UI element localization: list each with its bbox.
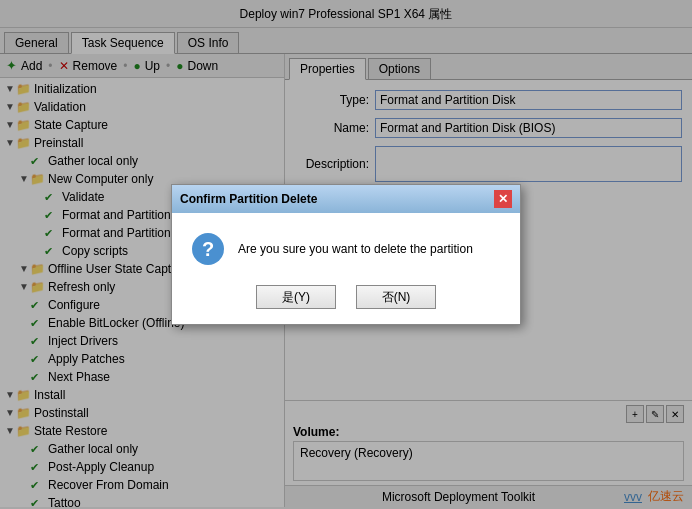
modal-title: Confirm Partition Delete <box>180 192 317 206</box>
modal-close-button[interactable]: ✕ <box>494 190 512 208</box>
modal-title-bar: Confirm Partition Delete ✕ <box>172 185 520 213</box>
modal-message: Are you sure you want to delete the part… <box>238 240 473 258</box>
question-icon: ? <box>192 233 224 265</box>
yes-button[interactable]: 是(Y) <box>256 285 336 309</box>
modal-overlay: Confirm Partition Delete ✕ ? Are you sur… <box>0 0 692 509</box>
confirm-dialog: Confirm Partition Delete ✕ ? Are you sur… <box>171 184 521 325</box>
modal-body: ? Are you sure you want to delete the pa… <box>172 213 520 275</box>
no-button[interactable]: 否(N) <box>356 285 436 309</box>
modal-buttons: 是(Y) 否(N) <box>172 275 520 324</box>
